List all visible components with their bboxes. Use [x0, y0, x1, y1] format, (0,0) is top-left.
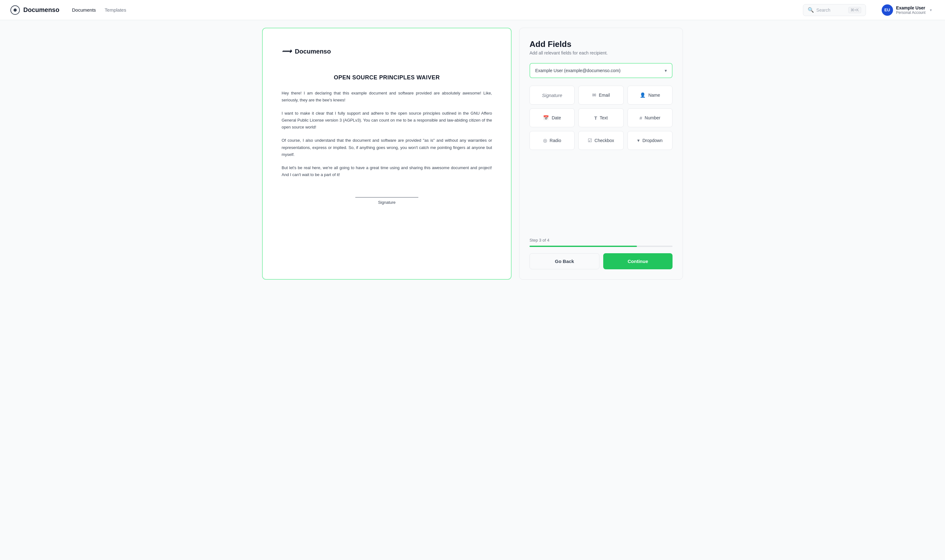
user-menu[interactable]: EU Example User Personal Account ▾: [879, 3, 935, 18]
doc-paragraph-2: I want to make it clear that I fully sup…: [282, 110, 492, 131]
main-content: ⟿ Documenso OPEN SOURCE PRINCIPLES WAIVE…: [252, 20, 693, 287]
search-shortcut: ⌘+K: [848, 7, 861, 13]
field-name-button[interactable]: 👤 Name: [628, 86, 673, 105]
nav-documents[interactable]: Documents: [72, 7, 96, 12]
email-icon: ✉: [592, 92, 596, 98]
search-placeholder: Search: [816, 8, 830, 12]
field-email-label: Email: [599, 92, 610, 98]
header: Documenso Documents Templates 🔍 Search ⌘…: [0, 0, 945, 20]
field-radio-label: Radio: [549, 138, 561, 143]
signature-icon: Signature: [542, 92, 562, 98]
signature-label: Signature: [378, 200, 396, 205]
field-text-label: Text: [600, 115, 608, 120]
panel-title: Add Fields: [529, 39, 673, 49]
calendar-icon: 📅: [543, 115, 549, 121]
logo[interactable]: Documenso: [10, 5, 59, 15]
field-dropdown-label: Dropdown: [642, 138, 662, 143]
field-number-button[interactable]: # Number: [628, 108, 673, 127]
field-date-label: Date: [552, 115, 561, 120]
field-number-label: Number: [645, 115, 660, 120]
panel-subtitle: Add all relevant fields for each recipie…: [529, 51, 673, 55]
field-checkbox-label: Checkbox: [594, 138, 614, 143]
chevron-down-icon: ▾: [665, 68, 667, 73]
doc-paragraph-3: Of course, I also understand that the do…: [282, 137, 492, 158]
field-name-label: Name: [648, 92, 660, 98]
continue-button[interactable]: Continue: [603, 253, 673, 269]
recipient-dropdown[interactable]: Example User (example@documenso.com) ▾: [529, 63, 673, 78]
field-grid: Signature ✉ Email 👤 Name 📅 Date T Text #…: [529, 86, 673, 150]
signature-line: [356, 197, 418, 197]
user-name: Example User: [896, 5, 925, 11]
action-buttons: Go Back Continue: [529, 253, 673, 269]
person-icon: 👤: [640, 92, 646, 98]
field-date-button[interactable]: 📅 Date: [529, 108, 574, 127]
nav: Documents Templates: [72, 7, 126, 12]
search-bar[interactable]: 🔍 Search ⌘+K: [803, 4, 866, 16]
doc-logo-icon: ⟿: [282, 47, 292, 55]
add-fields-panel: Add Fields Add all relevant fields for e…: [519, 28, 683, 280]
document-panel: ⟿ Documenso OPEN SOURCE PRINCIPLES WAIVE…: [262, 28, 511, 280]
nav-templates[interactable]: Templates: [105, 7, 126, 12]
recipient-label: Example User (example@documenso.com): [535, 68, 620, 73]
field-checkbox-button[interactable]: ☑ Checkbox: [578, 131, 623, 150]
field-email-button[interactable]: ✉ Email: [578, 86, 623, 105]
document-logo: ⟿ Documenso: [282, 47, 492, 55]
doc-paragraph-4: But let's be real here, we're all going …: [282, 165, 492, 178]
progress-bar-fill: [529, 246, 637, 247]
chevron-down-icon: ▾: [930, 8, 932, 12]
search-icon: 🔍: [808, 7, 814, 13]
user-account-type: Personal Account: [896, 11, 925, 15]
radio-icon: ◎: [543, 138, 547, 143]
panel-header: Add Fields Add all relevant fields for e…: [529, 39, 673, 55]
field-dropdown-button[interactable]: ▾ Dropdown: [628, 131, 673, 150]
progress-bar: [529, 246, 673, 247]
checkbox-icon: ☑: [588, 138, 592, 143]
field-signature-button[interactable]: Signature: [529, 86, 574, 105]
step-label: Step 3 of 4: [529, 238, 673, 243]
svg-point-1: [14, 9, 17, 12]
number-icon: #: [639, 115, 642, 121]
dropdown-icon: ▾: [637, 138, 640, 143]
text-icon: T: [594, 115, 597, 121]
doc-paragraph-1: Hey there! I am declaring that this exam…: [282, 90, 492, 104]
go-back-button[interactable]: Go Back: [529, 253, 599, 269]
signature-section: Signature: [282, 197, 492, 205]
field-radio-button[interactable]: ◎ Radio: [529, 131, 574, 150]
field-text-button[interactable]: T Text: [578, 108, 623, 127]
avatar: EU: [882, 5, 893, 16]
logo-icon: [10, 5, 20, 15]
document-title: OPEN SOURCE PRINCIPLES WAIVER: [282, 74, 492, 81]
logo-text: Documenso: [23, 6, 59, 14]
panel-bottom: Step 3 of 4 Go Back Continue: [529, 238, 673, 269]
doc-logo-text: Documenso: [295, 48, 331, 55]
